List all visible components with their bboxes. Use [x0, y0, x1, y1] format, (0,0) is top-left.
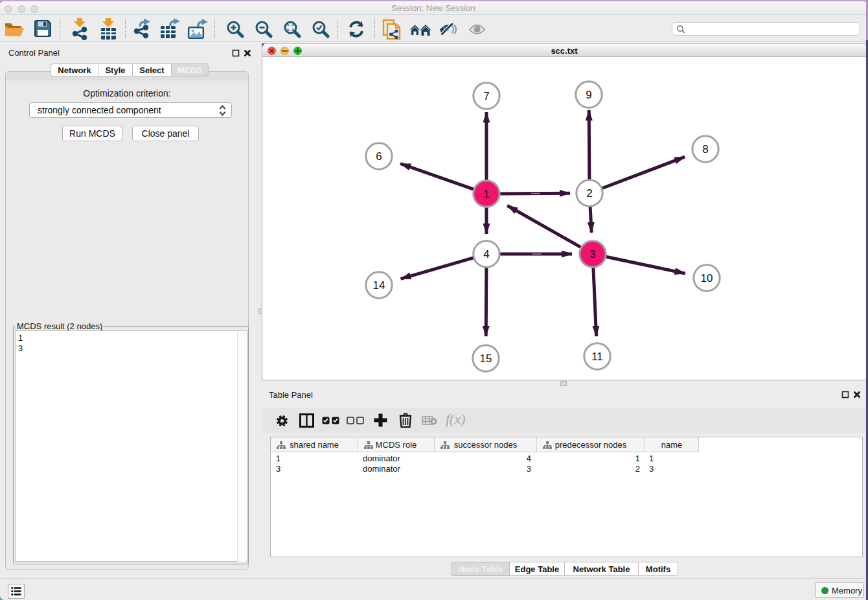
svg-text:3: 3	[589, 248, 595, 260]
svg-text:1: 1	[483, 188, 489, 200]
svg-text:7: 7	[483, 90, 489, 102]
svg-text:14: 14	[373, 279, 385, 292]
svg-text:2: 2	[586, 187, 592, 200]
svg-text:11: 11	[591, 351, 603, 363]
svg-text:8: 8	[702, 143, 708, 156]
svg-text:10: 10	[701, 272, 713, 284]
svg-text:6: 6	[376, 150, 382, 163]
svg-text:9: 9	[586, 89, 591, 101]
svg-text:15: 15	[480, 352, 492, 365]
svg-text:4: 4	[483, 248, 489, 260]
